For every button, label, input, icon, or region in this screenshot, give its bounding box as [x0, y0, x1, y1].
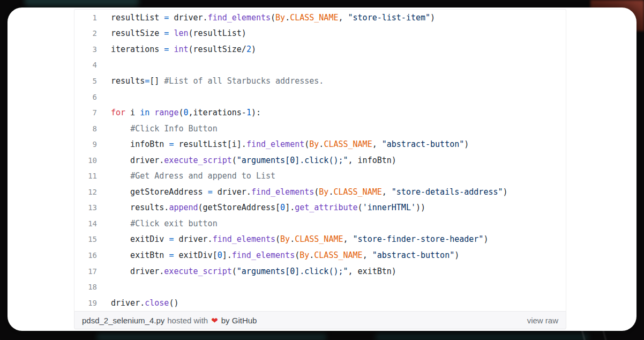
- code-line: 11 #Get Adress and append to List: [74, 168, 566, 184]
- line-number: 12: [74, 188, 97, 196]
- code-line: 6: [74, 89, 566, 105]
- heart-icon: ❤: [211, 316, 219, 324]
- line-number: 7: [74, 108, 97, 117]
- line-number: 3: [74, 45, 97, 54]
- line-number: 2: [74, 29, 97, 38]
- code-line-text: #Get Adress and append to List: [97, 171, 275, 181]
- hosted-with-text: hosted with: [167, 316, 208, 325]
- code-line-text: infoBtn = resultList[i].find_element(By.…: [97, 139, 469, 149]
- code-line: 14 #Click exit button: [74, 216, 566, 232]
- line-number: 13: [74, 203, 97, 212]
- line-number: 5: [74, 77, 97, 85]
- code-line: 10 driver.execute_script("arguments[0].c…: [74, 152, 566, 168]
- gist-filename-link[interactable]: pdsd_2_selenium_4.py: [82, 316, 164, 325]
- code-line: 17 driver.execute_script("arguments[0].c…: [74, 263, 566, 279]
- code-line-text: exitDiv = driver.find_elements(By.CLASS_…: [97, 234, 488, 244]
- code-line: 3iterations = int(resultSize/2): [74, 41, 566, 57]
- code-line: 1resultList = driver.find_elements(By.CL…: [74, 10, 566, 26]
- code-line: 8 #Click Info Button: [74, 121, 566, 137]
- gist-card: 1resultList = driver.find_elements(By.CL…: [8, 8, 636, 331]
- code-line-text: #Click Info Button: [97, 124, 218, 134]
- code-line-text: driver.close(): [97, 298, 178, 308]
- line-number: 16: [74, 251, 97, 260]
- code-line-text: driver.execute_script("arguments[0].clic…: [97, 156, 396, 165]
- code-line-text: results.append(getStoreAddress[0].get_at…: [97, 203, 425, 212]
- code-line: 13 results.append(getStoreAddress[0].get…: [74, 200, 566, 216]
- code-line-text: results=[] #List of all Starbucks addres…: [97, 76, 324, 86]
- background-text-blur-bottom-left: [96, 333, 327, 340]
- code-line: 16 exitBtn = exitDiv[0].find_elements(By…: [74, 247, 566, 263]
- code-line: 4: [74, 57, 566, 73]
- code-line-text: resultSize = len(resultList): [97, 28, 246, 38]
- background-text-blur-bottom-right: [375, 333, 589, 340]
- code-line: 9 infoBtn = resultList[i].find_element(B…: [74, 136, 566, 152]
- code-line-text: resultList = driver.find_elements(By.CLA…: [97, 13, 435, 23]
- line-number: 8: [74, 124, 97, 133]
- code-line: 12 getStoreAddress = driver.find_element…: [74, 184, 566, 200]
- by-github-link[interactable]: by GitHub: [221, 316, 257, 325]
- gist-embed: 1resultList = driver.find_elements(By.CL…: [74, 9, 566, 329]
- view-raw-link[interactable]: view raw: [527, 316, 558, 325]
- line-number: 17: [74, 267, 97, 276]
- code-line: 18: [74, 279, 566, 295]
- line-number: 10: [74, 156, 97, 165]
- line-number: 1: [74, 13, 97, 22]
- line-number: 4: [74, 61, 97, 69]
- background-text-blur-top: [24, 0, 139, 7]
- background-scratches: [542, 330, 628, 340]
- code-line: 7for i in range(0,iterations-1):: [74, 105, 566, 121]
- line-number: 9: [74, 140, 97, 149]
- page-background: 1resultList = driver.find_elements(By.CL…: [0, 0, 644, 340]
- code-line: 2resultSize = len(resultList): [74, 26, 566, 42]
- code-line-text: exitBtn = exitDiv[0].find_elements(By.CL…: [97, 250, 459, 260]
- code-line: 15 exitDiv = driver.find_elements(By.CLA…: [74, 232, 566, 248]
- line-number: 18: [74, 283, 97, 291]
- line-number: 6: [74, 93, 97, 101]
- code-line: 19driver.close(): [74, 295, 566, 311]
- code-line-text: driver.execute_script("arguments[0].clic…: [97, 267, 396, 276]
- gist-footer: pdsd_2_selenium_4.py hosted with ❤ by Gi…: [74, 311, 566, 329]
- code-block[interactable]: 1resultList = driver.find_elements(By.CL…: [74, 9, 566, 311]
- code-line-text: iterations = int(resultSize/2): [97, 45, 256, 54]
- line-number: 11: [74, 172, 97, 180]
- line-number: 19: [74, 299, 97, 307]
- line-number: 15: [74, 235, 97, 243]
- code-line: 5results=[] #List of all Starbucks addre…: [74, 73, 566, 89]
- line-number: 14: [74, 219, 97, 228]
- code-line-text: for i in range(0,iterations-1):: [97, 108, 261, 117]
- code-line-text: #Click exit button: [97, 219, 218, 228]
- code-line-text: getStoreAddress = driver.find_elements(B…: [97, 187, 508, 197]
